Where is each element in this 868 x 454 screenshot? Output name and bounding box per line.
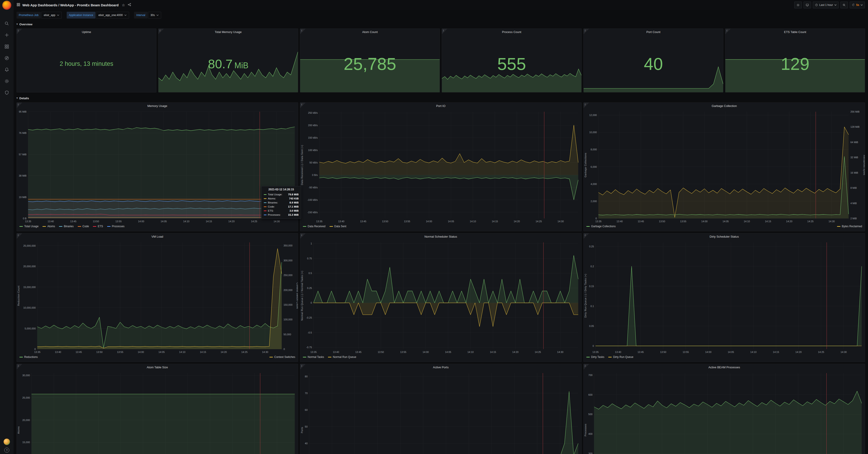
panel-title[interactable]: VM Load — [17, 233, 298, 240]
info-icon[interactable]: i — [301, 364, 302, 368]
svg-text:14:10: 14:10 — [744, 220, 750, 223]
legend-item[interactable]: Total Usage — [20, 225, 38, 228]
legend-item[interactable]: Data Received — [303, 225, 326, 228]
chart-svg[interactable]: 10.750.50.250-0.25-0.5-0.7513:3513:4013:… — [300, 240, 581, 355]
legend-item[interactable]: Atoms — [42, 225, 55, 228]
svg-text:4,000: 4,000 — [591, 183, 597, 185]
svg-text:13:50: 13:50 — [96, 351, 103, 353]
grafana-logo-icon[interactable] — [2, 1, 11, 10]
chart-plot-area[interactable]: 10.750.50.250-0.25-0.5-0.7513:3513:4013:… — [300, 240, 581, 355]
legend-item[interactable]: Processes — [107, 225, 125, 228]
var-select-interval[interactable]: 30s — [148, 12, 161, 19]
panel-title[interactable]: Memory Usage — [17, 103, 298, 110]
var-select-prometheus-job[interactable]: elixir_app — [41, 12, 61, 19]
legend-item[interactable]: Garbage Collections — [586, 225, 616, 228]
legend-item[interactable]: Dirty Tasks — [586, 356, 604, 359]
legend-item[interactable]: Dirty Run Queue — [608, 356, 633, 359]
chart-plot-area[interactable]: 0.250.20.150.10.05013:3513:4013:4513:501… — [584, 240, 865, 355]
chart-plot-area[interactable]: 12,00010,0008,0006,0004,0002,0000256 MiB… — [584, 110, 865, 224]
svg-text:0: 0 — [34, 348, 36, 351]
info-icon[interactable]: i — [301, 234, 302, 237]
info-icon[interactable]: i — [160, 29, 160, 32]
panel-title[interactable]: Active BEAM Processes — [584, 364, 865, 371]
legend-item[interactable]: ETS — [93, 225, 103, 228]
panel-title[interactable]: Process Count — [442, 29, 581, 35]
panel-title[interactable]: Atom Table Size — [17, 364, 298, 371]
panel-title[interactable]: Port IO — [300, 103, 581, 110]
panel-title[interactable]: Port Count — [584, 29, 723, 35]
chart-svg[interactable]: 0.250.20.150.10.05013:3513:4013:4513:501… — [584, 240, 865, 355]
chart-plot-area[interactable]: 8070605040302013:3513:4013:4513:5013:551… — [300, 371, 581, 454]
info-icon[interactable]: i — [18, 103, 19, 106]
info-icon[interactable]: i — [301, 29, 302, 32]
legend-item[interactable]: Normal Run Queue — [328, 356, 356, 359]
panel-ets-table-count: iETS Table Count129 — [725, 29, 865, 92]
panel-title[interactable]: Garbage Collection — [584, 103, 865, 110]
info-icon[interactable]: i — [443, 29, 444, 32]
chart-plot-area[interactable]: 250 kB/s200 kB/s150 kB/s100 kB/s50 kB/s0… — [300, 110, 581, 224]
search-icon[interactable] — [4, 21, 9, 26]
info-icon[interactable]: i — [301, 103, 302, 106]
svg-text:700: 700 — [588, 374, 592, 376]
refresh-button[interactable]: 5s — [850, 2, 865, 8]
info-icon[interactable]: i — [18, 234, 19, 237]
panel-title[interactable]: ETS Table Count — [725, 29, 865, 35]
chart-svg[interactable]: 8070605040302013:3513:4013:4513:5013:551… — [300, 371, 581, 454]
panel-title[interactable]: Dirty Scheduler Status — [584, 233, 865, 240]
alerting-bell-icon[interactable] — [4, 67, 9, 72]
dashboards-icon[interactable] — [4, 44, 9, 49]
info-icon[interactable]: i — [585, 364, 585, 368]
chart-svg[interactable]: 95 MiB76 MiB57 MiB38 MiB19 MiB0 B13:3513… — [17, 110, 298, 224]
dashboard-title[interactable]: Web App Dashboards / WebApp - PromEx Bea… — [22, 3, 119, 7]
info-icon[interactable]: i — [585, 103, 585, 106]
dashboard-settings-button[interactable] — [794, 2, 802, 8]
info-icon[interactable]: i — [18, 364, 19, 368]
info-icon[interactable]: i — [18, 29, 19, 32]
legend-item[interactable]: Data Sent — [330, 225, 346, 228]
user-avatar[interactable] — [4, 438, 10, 445]
legend-right: Bytes Reclaimed — [837, 225, 862, 228]
help-icon[interactable]: ? — [4, 448, 9, 453]
legend-item[interactable]: Binaries — [59, 225, 73, 228]
chart-plot-area[interactable]: 70060050040030020013:3513:4013:4513:5013… — [584, 371, 865, 454]
chart-svg[interactable]: 25,000,00020,000,00015,000,00010,000,000… — [17, 240, 298, 355]
panel-info-corner — [158, 29, 164, 34]
svg-text:14:05: 14:05 — [448, 220, 454, 223]
cycle-view-mode-button[interactable] — [804, 2, 811, 8]
chart-svg[interactable]: 12,00010,0008,0006,0004,0002,0000256 MiB… — [584, 110, 865, 224]
chart-plot-area[interactable]: 25,000,00020,000,00015,000,00010,000,000… — [17, 240, 298, 355]
chart-plot-area[interactable]: 95 MiB76 MiB57 MiB38 MiB19 MiB0 B13:3513… — [17, 110, 298, 224]
chart-svg[interactable]: 30,00025,00020,00015,00010,00013:3513:40… — [17, 371, 298, 454]
info-icon[interactable]: i — [585, 234, 585, 237]
svg-text:350,000: 350,000 — [283, 244, 292, 247]
chart-svg[interactable]: 70060050040030020013:3513:4013:4513:5013… — [584, 371, 865, 454]
row-details[interactable]: ▾ Details — [17, 95, 865, 101]
var-select-application-instance[interactable]: elixir_app_one:4000 — [96, 12, 129, 19]
svg-text:13:45: 13:45 — [360, 220, 366, 223]
legend-item[interactable]: Reductions — [20, 356, 38, 359]
row-overview[interactable]: ▾ Overview — [17, 21, 865, 27]
info-icon[interactable]: i — [726, 29, 727, 32]
configuration-gear-icon[interactable] — [4, 79, 9, 84]
server-admin-shield-icon[interactable] — [4, 90, 9, 95]
panel-title[interactable]: Atom Count — [300, 29, 440, 35]
zoom-out-button[interactable] — [840, 2, 848, 8]
panel-title[interactable]: Uptime — [17, 29, 156, 35]
panel-title[interactable]: Active Ports — [300, 364, 581, 371]
legend-item[interactable]: Normal Tasks — [303, 356, 324, 359]
panel-title[interactable]: Total Memory Usage — [158, 29, 298, 35]
legend-item[interactable]: Bytes Reclaimed — [837, 225, 862, 228]
chart-plot-area[interactable]: 30,00025,00020,00015,00010,00013:3513:40… — [17, 371, 298, 454]
star-icon[interactable]: ☆ — [122, 3, 125, 7]
time-range-picker[interactable]: Last 1 hour — [813, 2, 839, 8]
chart-svg[interactable]: 250 kB/s200 kB/s150 kB/s100 kB/s50 kB/s0… — [300, 110, 581, 224]
create-plus-icon[interactable] — [4, 33, 9, 37]
tooltip-series-dash — [264, 198, 267, 199]
panel-title[interactable]: Normal Scheduler Status — [300, 233, 581, 240]
share-icon[interactable] — [128, 3, 131, 7]
legend-item[interactable]: Code — [78, 225, 89, 228]
svg-text:0.75: 0.75 — [307, 257, 312, 260]
explore-compass-icon[interactable] — [4, 56, 9, 61]
info-icon[interactable]: i — [585, 29, 585, 32]
legend-item[interactable]: Context Switches — [270, 356, 295, 359]
